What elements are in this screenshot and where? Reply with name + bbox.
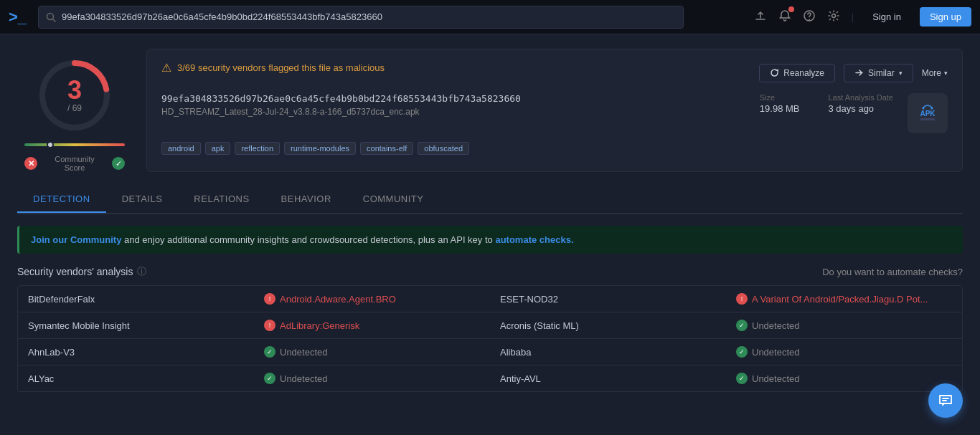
score-good-icon: ✓ bbox=[112, 157, 125, 170]
tab-relations[interactable]: RELATIONS bbox=[178, 186, 265, 213]
vendor-name: Acronis (Static ML) bbox=[490, 313, 726, 338]
vendor-result: !Android.Adware.Agent.BRO bbox=[254, 286, 490, 312]
logo-icon[interactable]: >_ bbox=[9, 8, 27, 27]
detection-content: Join our Community and enjoy additional … bbox=[0, 214, 980, 403]
join-community-link[interactable]: Join our Community bbox=[31, 234, 121, 245]
score-panel: 3 / 69 ✕ Community Score ✓ bbox=[17, 49, 132, 172]
vendor-row: Symantec Mobile Insight!AdLibrary:Generi… bbox=[18, 312, 962, 339]
malicious-icon: ! bbox=[264, 293, 275, 305]
file-meta: Size 19.98 MB Last Analysis Date 3 days … bbox=[760, 93, 893, 114]
info-top-row: ⚠ 3/69 security vendors flagged this fil… bbox=[161, 61, 948, 85]
file-tags: androidapkreflectionruntime-modulesconta… bbox=[161, 142, 948, 155]
last-analysis-item: Last Analysis Date 3 days ago bbox=[829, 93, 894, 114]
alert-bar: ⚠ 3/69 security vendors flagged this fil… bbox=[161, 61, 385, 75]
tab-community[interactable]: COMMUNITY bbox=[347, 186, 440, 213]
score-number: 3 / 69 bbox=[67, 77, 82, 113]
vendor-result: !A Variant Of Android/Packed.Jiagu.D Pot… bbox=[726, 286, 962, 312]
file-details-row: 99efa304833526d97b26ae0c6a45cfe4b9b0bd22… bbox=[161, 93, 948, 133]
vendor-name: AhnLab-V3 bbox=[18, 340, 254, 365]
apk-svg: APK bbox=[913, 99, 942, 128]
file-hash: 99efa304833526d97b26ae0c6a45cfe4b9b0bd22… bbox=[161, 93, 760, 104]
info-icon[interactable]: ⓘ bbox=[137, 265, 146, 278]
automate-checks-text: Do you want to automate checks? bbox=[822, 267, 963, 277]
community-score-label: Community Score bbox=[55, 155, 95, 172]
file-tag[interactable]: runtime-modules bbox=[284, 142, 356, 155]
vendors-header: Security vendors' analysis ⓘ Do you want… bbox=[17, 265, 963, 278]
search-input[interactable] bbox=[62, 11, 676, 22]
chat-icon bbox=[938, 393, 953, 408]
tab-details[interactable]: DETAILS bbox=[106, 186, 179, 213]
score-labels: ✕ Community Score ✓ bbox=[24, 155, 125, 172]
malicious-icon: ! bbox=[736, 293, 748, 305]
score-bad-icon: ✕ bbox=[24, 157, 37, 170]
malicious-icon: ! bbox=[264, 320, 275, 331]
vendor-result: ✓Undetected bbox=[254, 365, 490, 391]
signup-button[interactable]: Sign up bbox=[920, 7, 971, 27]
svg-rect-8 bbox=[920, 118, 935, 120]
clean-icon: ✓ bbox=[736, 346, 748, 358]
vendor-result: ✓Undetected bbox=[254, 339, 490, 365]
similar-icon bbox=[854, 68, 864, 77]
vendor-row: ALYac✓UndetectedAntiy-AVL✓Undetected bbox=[18, 365, 962, 391]
vendor-result: ✓Undetected bbox=[726, 312, 962, 338]
clean-icon: ✓ bbox=[264, 373, 275, 384]
file-tag[interactable]: apk bbox=[205, 142, 231, 155]
vendor-name: Antiy-AVL bbox=[490, 366, 726, 391]
file-tag[interactable]: reflection bbox=[235, 142, 280, 155]
automate-link[interactable]: automate checks. bbox=[495, 234, 573, 245]
vendor-name: ESET-NOD32 bbox=[490, 287, 726, 312]
vendor-name: Symantec Mobile Insight bbox=[18, 313, 254, 338]
vendor-name: BitDefenderFalx bbox=[18, 287, 254, 312]
more-chevron-icon: ▾ bbox=[944, 70, 948, 77]
file-hashes: 99efa304833526d97b26ae0c6a45cfe4b9b0bd22… bbox=[161, 93, 760, 117]
vendor-result: ✓Undetected bbox=[726, 365, 962, 391]
svg-point-9 bbox=[923, 107, 925, 110]
vendor-result: !AdLibrary:Generisk bbox=[254, 312, 490, 338]
main-content: 3 / 69 ✕ Community Score ✓ ⚠ 3/69 securi… bbox=[0, 34, 980, 186]
score-bar bbox=[24, 143, 125, 146]
community-banner: Join our Community and enjoy additional … bbox=[17, 226, 963, 254]
tab-behavior[interactable]: BEHAVIOR bbox=[265, 186, 347, 213]
score-circle: 3 / 69 bbox=[35, 56, 114, 135]
clean-icon: ✓ bbox=[264, 346, 275, 358]
file-tag[interactable]: obfuscated bbox=[418, 142, 469, 155]
signin-button[interactable]: Sign in bbox=[865, 7, 908, 27]
similar-button[interactable]: Similar ▾ bbox=[844, 64, 913, 82]
clean-icon: ✓ bbox=[736, 373, 748, 384]
svg-text:APK: APK bbox=[920, 110, 936, 118]
tabs-bar: DETECTIONDETAILSRELATIONSBEHAVIORCOMMUNI… bbox=[17, 186, 963, 214]
chat-button[interactable] bbox=[928, 383, 963, 418]
vendor-result: ✓Undetected bbox=[726, 339, 962, 365]
file-tag[interactable]: contains-elf bbox=[360, 142, 413, 155]
vendor-name: Alibaba bbox=[490, 340, 726, 365]
vendor-name: ALYac bbox=[18, 366, 254, 391]
vendor-row: BitDefenderFalx!Android.Adware.Agent.BRO… bbox=[18, 286, 962, 312]
nav-actions: | Sign in Sign up bbox=[754, 7, 971, 27]
file-type-icon: APK bbox=[908, 93, 948, 133]
action-buttons: Reanalyze Similar ▾ More ▾ bbox=[759, 64, 948, 82]
svg-line-1 bbox=[53, 19, 56, 21]
chevron-down-icon: ▾ bbox=[899, 70, 903, 77]
svg-point-3 bbox=[831, 14, 835, 17]
search-bar bbox=[38, 6, 684, 29]
search-icon bbox=[46, 12, 56, 22]
score-bar-indicator bbox=[47, 141, 54, 148]
file-tag[interactable]: android bbox=[161, 142, 201, 155]
upload-icon[interactable] bbox=[754, 9, 767, 25]
vendors-title: Security vendors' analysis ⓘ bbox=[17, 265, 146, 278]
settings-icon[interactable] bbox=[827, 9, 840, 25]
notifications-icon[interactable] bbox=[778, 9, 791, 25]
file-size-item: Size 19.98 MB bbox=[760, 93, 800, 114]
topnav: >_ bbox=[0, 0, 980, 34]
info-panel: ⚠ 3/69 security vendors flagged this fil… bbox=[146, 49, 963, 172]
banner-middle-text: and enjoy additional community insights … bbox=[121, 234, 495, 245]
more-button[interactable]: More ▾ bbox=[922, 68, 948, 78]
help-icon[interactable] bbox=[803, 9, 816, 25]
alert-text: 3/69 security vendors flagged this file … bbox=[177, 62, 385, 73]
vendor-row: AhnLab-V3✓UndetectedAlibaba✓Undetected bbox=[18, 339, 962, 365]
svg-point-10 bbox=[931, 107, 933, 110]
alert-icon: ⚠ bbox=[161, 61, 171, 75]
tab-detection[interactable]: DETECTION bbox=[17, 186, 106, 213]
reanalyze-button[interactable]: Reanalyze bbox=[759, 64, 835, 82]
notification-badge bbox=[788, 6, 794, 12]
